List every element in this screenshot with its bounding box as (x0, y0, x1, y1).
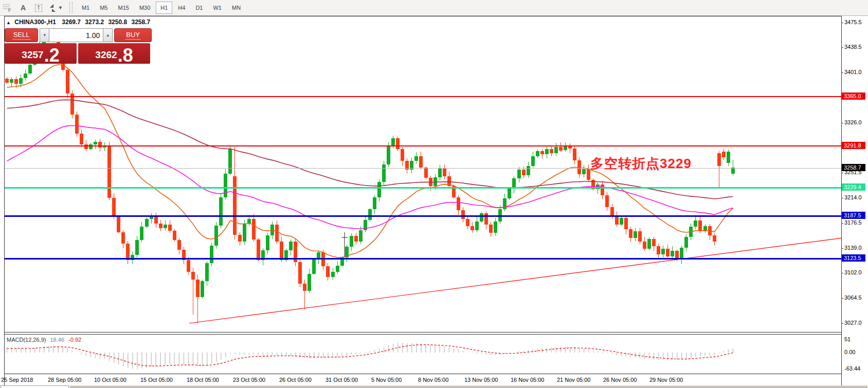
timeframe-m15-button[interactable]: M15 (113, 2, 133, 14)
price-axis-label: 3475.5 (844, 19, 862, 25)
fibonacci-retracement-icon[interactable]: F (2, 2, 14, 14)
price-axis-label: 3326.0 (844, 119, 862, 125)
date-axis-label: 16 Nov 05:00 (511, 377, 544, 383)
sell-price-tile[interactable]: 3257 .2 (5, 43, 77, 64)
date-axis-label: 15 Oct 05:00 (140, 377, 173, 383)
price-tick (841, 298, 843, 299)
one-click-trading-panel: SELL ▼ ▲ BUY 3257 .2 3262 .8 (5, 28, 152, 64)
price-axis-label: 3214.0 (844, 194, 862, 200)
sell-price-main: 3257 (22, 49, 43, 61)
date-axis-label: 18 Oct 05:00 (187, 377, 219, 383)
price-tick (841, 323, 843, 324)
date-axis-label: 8 Nov 05:00 (418, 377, 448, 383)
date-axis-label: 10 Oct 05:00 (94, 377, 126, 383)
price-tick (841, 223, 843, 224)
date-axis-label: 13 Nov 05:00 (464, 377, 498, 383)
macd-axis-label: 0.00 (844, 349, 855, 355)
timeframe-m1-button[interactable]: M1 (77, 2, 94, 14)
arrow-tools-icon[interactable]: ▼ (48, 2, 63, 14)
macd-axis-label: -63.44 (844, 365, 860, 372)
date-axis-label: 21 Nov 05:00 (557, 377, 590, 383)
price-level-badge: 3258.7 (842, 164, 865, 171)
bottom-strip (0, 385, 868, 388)
price-tick (841, 47, 843, 48)
fibonacci-lines-glyph: F (3, 3, 13, 12)
chart-tab-stub[interactable] (1, 385, 69, 388)
macd-indicator-label: MACD(12,26,9) 18.46 -0.92 (7, 337, 81, 343)
price-level-badge: 3187.5 (842, 212, 865, 219)
timeframe-m30-button[interactable]: M30 (135, 2, 155, 14)
macd-value: 18.46 (50, 337, 64, 343)
price-level-badge: 3123.5 (842, 254, 865, 262)
volume-decrease-button[interactable]: ▼ (40, 28, 49, 42)
price-tick (841, 248, 843, 249)
price-level-badge: 3291.8 (842, 142, 865, 149)
price-tick (841, 72, 843, 73)
date-axis-label: 25 Sep 2018 (1, 377, 33, 383)
buy-button[interactable]: BUY (114, 28, 152, 42)
price-axis-label: 3401.0 (844, 69, 862, 75)
price-axis-label: 3064.5 (844, 294, 862, 301)
date-axis-label: 23 Oct 05:00 (233, 377, 265, 383)
buy-price-tile[interactable]: 3262 .8 (78, 43, 150, 64)
chart-annotation: 多空转折点3229 (590, 155, 692, 173)
timeframe-h4-button[interactable]: H4 (173, 2, 190, 14)
date-axis-label: 29 Nov 05:00 (649, 377, 683, 383)
date-axis-label: 31 Oct 05:00 (326, 377, 358, 383)
price-axis-label: 3027.0 (844, 320, 862, 326)
price-level-badge: 3229.4 (842, 183, 865, 191)
sell-button[interactable]: SELL (5, 28, 38, 42)
timeframe-w1-button[interactable]: W1 (208, 2, 226, 14)
macd-name: MACD(12,26,9) (7, 337, 46, 343)
text-box-icon[interactable]: T (32, 2, 45, 14)
text-label-icon[interactable]: A (17, 2, 29, 14)
timeframe-h1-button[interactable]: H1 (156, 2, 172, 14)
price-level-badge: 3365.0 (842, 93, 865, 100)
chart-toolbar: F A T ▼ M1 M5 M15 M30 H1 H4 D1 W1 MN (0, 0, 868, 16)
timeframe-mn-button[interactable]: MN (227, 2, 245, 14)
timeframe-m5-button[interactable]: M5 (95, 2, 112, 14)
ohlc-low: 3250.8 (108, 19, 127, 26)
ohlc-open: 3269.7 (62, 19, 81, 26)
chart-symbol-timeframe: CHINA300-,H1 (14, 19, 56, 26)
date-axis-label: 5 Nov 05:00 (371, 377, 402, 383)
price-axis-label: 3438.5 (844, 44, 862, 50)
price-tick (841, 198, 843, 198)
timeframe-d1-button[interactable]: D1 (191, 2, 207, 14)
volume-input[interactable] (49, 28, 103, 42)
svg-text:F: F (8, 8, 11, 12)
chart-title: ▲ CHINA300-,H1 3269.7 3273.2 3250.8 3258… (6, 19, 150, 26)
collapse-triangle-icon[interactable]: ▲ (6, 20, 11, 25)
price-tick (841, 273, 843, 273)
macd-signal-value: -0.92 (68, 337, 81, 343)
toolbar-grip[interactable] (69, 2, 73, 13)
buy-price-main: 3262 (95, 49, 117, 61)
ohlc-high: 3273.2 (85, 19, 104, 26)
date-axis-label: 26 Oct 05:00 (279, 377, 312, 383)
price-tick (841, 23, 843, 23)
horizontal-scrollbar[interactable] (70, 386, 867, 388)
buy-price-pips: .8 (118, 47, 133, 64)
ohlc-close: 3258.7 (131, 19, 150, 26)
date-axis-label: 26 Nov 05:00 (603, 377, 637, 383)
price-axis-label: 3102.0 (844, 269, 862, 275)
volume-increase-button[interactable]: ▲ (103, 28, 113, 42)
price-tick (841, 123, 843, 123)
arrows-glyph (48, 3, 57, 12)
tools-dropdown-caret-icon[interactable]: ▼ (58, 5, 63, 10)
price-tick (841, 173, 843, 173)
price-axis-label: 3176.5 (844, 219, 862, 226)
date-axis-label: 28 Sep 05:00 (48, 377, 81, 383)
price-axis-label: 3139.0 (844, 245, 862, 251)
sell-price-pips: .2 (44, 47, 60, 64)
macd-axis-label: 51 (844, 336, 851, 342)
